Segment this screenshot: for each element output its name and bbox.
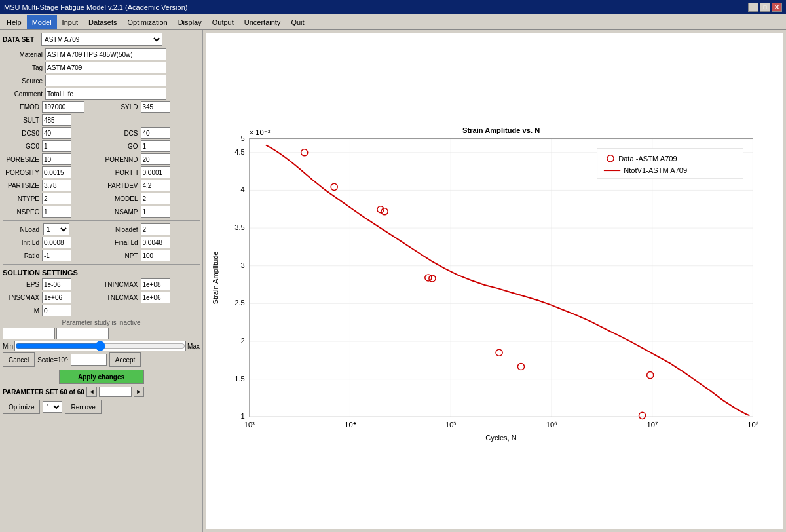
model-input[interactable] [141,193,170,204]
ntype-label: NTYPE [3,195,42,202]
dcs-label: DCS [102,130,141,137]
npt-input[interactable] [141,250,170,261]
scale-input[interactable] [71,354,107,366]
cancel-button[interactable]: Cancel [3,352,35,367]
menu-datasets[interactable]: Datasets [83,15,122,29]
menu-input[interactable]: Input [57,15,83,29]
nload-select[interactable]: 1 [43,223,69,235]
param-slider[interactable] [14,341,186,351]
nloadef-label: Nloadef [102,226,141,233]
poresize-input[interactable] [42,153,71,165]
chart-svg: Strain Amplitude vs. N Strain Amplitude … [206,33,783,529]
partsize-row: PARTSIZE PARTDEV [3,180,200,191]
initld-input[interactable] [42,237,71,248]
source-row: Source [3,75,200,86]
menu-uncertainty[interactable]: Uncertainty [239,15,286,29]
maximize-button[interactable]: □ [760,3,770,12]
nsamp-input[interactable] [141,206,170,218]
porennd-label: PORENND [102,156,141,163]
source-input[interactable] [45,75,166,86]
chart-container: Strain Amplitude vs. N Strain Amplitude … [206,33,783,529]
ntype-row: NTYPE MODEL [3,193,200,204]
optimize-button[interactable]: Optimize [3,400,40,414]
menu-display[interactable]: Display [173,15,207,29]
tnincmax-input[interactable] [141,278,170,290]
comment-input[interactable] [45,88,166,100]
porennd-input[interactable] [141,153,170,165]
optimize-select[interactable]: 1 [43,401,62,413]
m-input[interactable] [42,305,71,316]
svg-text:× 10⁻³: × 10⁻³ [250,128,271,136]
title-buttons: _ □ ✕ [748,3,782,12]
material-input[interactable] [45,48,166,60]
nspec-label: NSPEC [3,208,42,216]
svg-text:10⁵: 10⁵ [445,421,456,428]
go-label: GO [102,143,141,150]
nspec-input[interactable] [42,206,71,218]
remove-button[interactable]: Remove [65,400,101,414]
go0-input[interactable] [42,140,71,152]
emod-input[interactable] [42,101,84,113]
svg-text:3.5: 3.5 [234,223,244,231]
porosity-input[interactable] [42,166,71,178]
porosity-label: POROSITY [3,169,42,176]
tnscmax-label: TNSCMAX [3,294,42,301]
param-study-value2-input[interactable] [56,328,109,339]
tag-input[interactable] [45,62,166,73]
menu-model[interactable]: Model [27,15,57,29]
source-label: Source [3,77,45,85]
porth-input[interactable] [141,166,170,178]
nsamp-label: NSAMP [102,208,141,216]
finalld-input[interactable] [141,237,170,248]
svg-text:10⁷: 10⁷ [647,421,658,428]
finalld-label: Final Ld [102,239,141,246]
param-study-value-input[interactable] [3,328,55,339]
go-input[interactable] [141,140,170,152]
dcs0-input[interactable] [42,127,71,139]
partsize-input[interactable] [42,180,71,191]
apply-changes-button[interactable]: Apply changes [59,370,144,384]
ntype-input[interactable] [42,193,71,204]
nloadef-input[interactable] [141,223,170,235]
close-button[interactable]: ✕ [772,3,782,12]
menu-output[interactable]: Output [207,15,239,29]
title-bar: MSU Multi-Stage Fatigue Model v.2.1 (Aca… [0,0,786,14]
svg-text:2.5: 2.5 [234,299,244,307]
porth-label: PORTH [102,169,141,176]
menu-quit[interactable]: Quit [286,15,309,29]
ratio-input[interactable] [42,250,71,261]
slider-input[interactable] [15,341,185,351]
param-study-label: Parameter study is inactive [3,319,200,326]
m-row: M [3,305,200,316]
param-set-input[interactable] [99,387,132,397]
accept-button[interactable]: Accept [109,352,141,367]
menu-optimization[interactable]: Optimization [122,15,172,29]
initld-label: Init Ld [3,239,42,246]
eps-input[interactable] [42,278,71,290]
svg-text:10³: 10³ [244,421,255,428]
tnscmax-input[interactable] [42,292,71,303]
dataset-select[interactable]: ASTM A709 [41,33,162,46]
syld-label: SYLD [102,104,141,111]
svg-text:5: 5 [240,134,244,142]
sult-row: SULT [3,114,200,126]
dcs0-row: DCS0 DCS [3,127,200,139]
min-label: Min [3,343,13,350]
eps-row: EPS TNINCMAX [3,278,200,290]
initld-row: Init Ld Final Ld [3,237,200,248]
param-set-prev-button[interactable]: ◄ [86,387,97,397]
minimize-button[interactable]: _ [748,3,758,12]
svg-rect-1 [250,139,753,417]
ratio-label: Ratio [3,252,42,259]
partdev-input[interactable] [141,180,170,191]
poresize-label: PORESIZE [3,156,42,163]
porosity-row: POROSITY PORTH [3,166,200,178]
menu-help[interactable]: Help [1,15,27,29]
material-row: Material [3,48,200,60]
param-set-next-button[interactable]: ► [134,387,144,397]
svg-text:1.5: 1.5 [234,375,244,383]
tnlcmax-input[interactable] [141,292,170,303]
syld-input[interactable] [141,101,170,113]
dcs-input[interactable] [141,127,170,139]
sult-input[interactable] [42,114,71,126]
